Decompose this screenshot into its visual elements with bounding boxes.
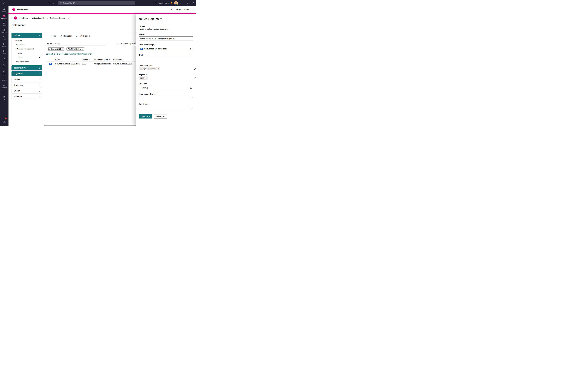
copy-link-button[interactable]: Link kopieren xyxy=(76,35,90,37)
filter-funnel-icon[interactable] xyxy=(108,59,110,61)
favorite-star-icon[interactable]: ☆ xyxy=(68,17,70,19)
apps-icon xyxy=(3,95,5,98)
rail-item-planner[interactable]: Planner xyxy=(0,48,8,55)
keywords-value-chip[interactable]: 2025 × xyxy=(139,77,148,79)
rail-people-button[interactable]: 1 xyxy=(3,119,6,125)
filter-panel: Ordner General Prüfungen Qua xyxy=(12,33,42,99)
rail-more-button[interactable]: ⋯ xyxy=(3,90,5,94)
clear-all-filters-chip[interactable]: Alle Filter löschen × xyxy=(66,47,85,51)
panel-close-icon[interactable]: × xyxy=(191,18,193,20)
remove-keyword-icon[interactable]: × xyxy=(145,77,147,79)
plus-icon: + xyxy=(50,34,52,37)
warning-icon[interactable] xyxy=(170,2,173,4)
edit-document-type-icon[interactable] xyxy=(194,68,196,70)
breadcrumb-current[interactable]: Qualitätssicherung xyxy=(50,17,65,19)
save-button[interactable]: Speichern xyxy=(139,114,152,119)
rail-item-kalender[interactable]: Kalender xyxy=(0,41,8,48)
new-document-panel: Neues Dokument × Ordner General/Qualität… xyxy=(136,14,196,126)
back-button[interactable]: ‹ xyxy=(47,0,51,6)
rail-item-approvals[interactable]: Approvals xyxy=(0,83,8,90)
new-button[interactable]: + Neu xyxy=(50,35,56,37)
edit-information-owner-icon[interactable] xyxy=(191,97,193,99)
minimize-button[interactable]: — xyxy=(179,0,185,6)
search-bar[interactable]: Suchen (Ctrl+E) xyxy=(58,1,135,5)
rail-item-anrufe[interactable]: Anrufe xyxy=(0,62,8,69)
filter-section-ordner[interactable]: Ordner xyxy=(12,33,42,38)
maximize-button[interactable]: □ xyxy=(185,0,190,6)
tree-item-qualitaetsmanagement[interactable]: Qualitätsmanagement xyxy=(12,47,42,51)
document-type-value-chip[interactable]: Auditplandokumente × xyxy=(139,67,160,70)
document-search-input[interactable] xyxy=(50,43,106,45)
rail-item-chat[interactable]: Chat xyxy=(0,34,8,41)
tree-item-pruefungen[interactable]: Prüfungen xyxy=(12,42,42,47)
app-more-icon[interactable]: ⋯ xyxy=(191,8,194,11)
scrollbar-thumb[interactable] xyxy=(45,125,136,126)
breadcrumb-root[interactable]: MetaShare xyxy=(19,17,28,19)
filter-section-geaendert[interactable]: Geändert xyxy=(12,94,42,99)
rail-item-workflows[interactable]: Workflows xyxy=(0,76,8,83)
present-button[interactable]: Jetzt präsentieren xyxy=(171,9,189,11)
show-all-results-link[interactable]: Zeigen Sie die Ergebnisse zwischen allen… xyxy=(46,53,92,55)
breadcrumb-workspaces[interactable]: Arbeitsbereiche xyxy=(32,17,46,19)
remove-ordner-filter-icon[interactable]: × xyxy=(62,48,63,50)
collapse-icon[interactable] xyxy=(11,17,12,19)
cancel-button[interactable]: Abbrechen xyxy=(154,114,167,119)
page-title: Dokumente xyxy=(12,24,26,28)
tree-item-2025[interactable]: 2025 × xyxy=(12,55,42,60)
filter-section-erstellt[interactable]: Erstellt xyxy=(12,88,42,93)
document-search-field[interactable] xyxy=(46,42,106,46)
rail-item-aktivitaet[interactable]: Aktivität xyxy=(0,55,8,62)
archive-input[interactable] xyxy=(139,106,189,110)
name-input[interactable] xyxy=(139,36,193,40)
rail-item-copilot[interactable]: Copilot xyxy=(0,69,8,76)
scroll-left-arrow[interactable] xyxy=(44,125,45,126)
due-date-input[interactable] xyxy=(139,86,193,90)
edit-template-icon[interactable] xyxy=(190,48,192,50)
document-type-field-group: Document Type Auditplandokumente × xyxy=(139,64,193,70)
account-label[interactable]: workonline syste... xyxy=(155,2,169,4)
column-header-name[interactable]: Name xyxy=(55,59,82,61)
name-field-group: Name* xyxy=(139,33,193,40)
remove-document-type-icon[interactable]: × xyxy=(158,68,159,70)
forward-button[interactable]: › xyxy=(52,0,55,6)
clear-all-filters-icon[interactable]: × xyxy=(82,48,84,50)
ordner-filter-chip[interactable]: Ordner: 2025 × xyxy=(47,47,65,51)
edit-archive-icon[interactable] xyxy=(191,107,193,109)
rail-item-apps[interactable]: Apps xyxy=(0,94,8,101)
document-name[interactable]: Qualitaetsrichtlinie_2025.docx xyxy=(55,63,82,65)
search-icon xyxy=(47,43,49,45)
edit-keywords-icon[interactable] xyxy=(194,77,196,79)
metashare-logo-small xyxy=(14,16,18,20)
column-header-document-type[interactable]: Document Type xyxy=(94,59,113,61)
app-launcher-icon[interactable] xyxy=(3,2,5,5)
rail-item-orchestry[interactable]: Orchestry xyxy=(0,7,8,14)
avatar[interactable] xyxy=(174,1,178,5)
titlebar-more-icon[interactable]: ⋯ xyxy=(151,2,155,4)
command-bar: + Neu Hochladen Link kopieren xyxy=(46,33,136,38)
word-file-icon: W xyxy=(140,48,143,50)
filter-section-archivieren[interactable]: Archivieren xyxy=(12,83,42,88)
close-button[interactable]: × xyxy=(190,0,196,6)
filter-section-document-type[interactable]: Document Type xyxy=(12,65,42,70)
filter-funnel-icon[interactable] xyxy=(123,59,124,61)
column-header-ordner[interactable]: Ordner xyxy=(82,59,94,61)
filter-funnel-icon[interactable] xyxy=(89,59,90,61)
rail-item-onedrive[interactable]: OneDrive xyxy=(0,27,8,34)
filter-section-keywords[interactable]: Keywords xyxy=(12,71,42,76)
information-owner-label: Information Owner xyxy=(139,93,193,95)
rail-item-teams[interactable]: Teams xyxy=(0,20,8,27)
calendar-icon[interactable] xyxy=(190,87,192,89)
information-owner-input[interactable] xyxy=(139,96,189,100)
table-row[interactable]: W Qualitaetsrichtlinie_2025.docx 2025 Au… xyxy=(46,62,136,66)
upload-button[interactable]: Hochladen xyxy=(60,35,72,37)
template-field[interactable]: W Wordvorlage für Teams.dotx xyxy=(139,47,193,51)
column-header-keywords[interactable]: Keywords xyxy=(113,59,136,61)
tree-item-rueckmeldungen[interactable]: Rückmeldungen xyxy=(12,60,42,64)
titel-input[interactable] xyxy=(139,57,193,61)
clear-folder-filter-icon[interactable]: × xyxy=(39,57,40,59)
filter-section-dateityp[interactable]: Dateityp xyxy=(12,77,42,82)
horizontal-scrollbar[interactable] xyxy=(44,124,136,126)
tree-item-2024[interactable]: 2024 xyxy=(12,51,42,55)
tree-item-general[interactable]: General xyxy=(12,38,42,42)
rail-item-metashare[interactable]: MetaShare xyxy=(0,14,8,20)
